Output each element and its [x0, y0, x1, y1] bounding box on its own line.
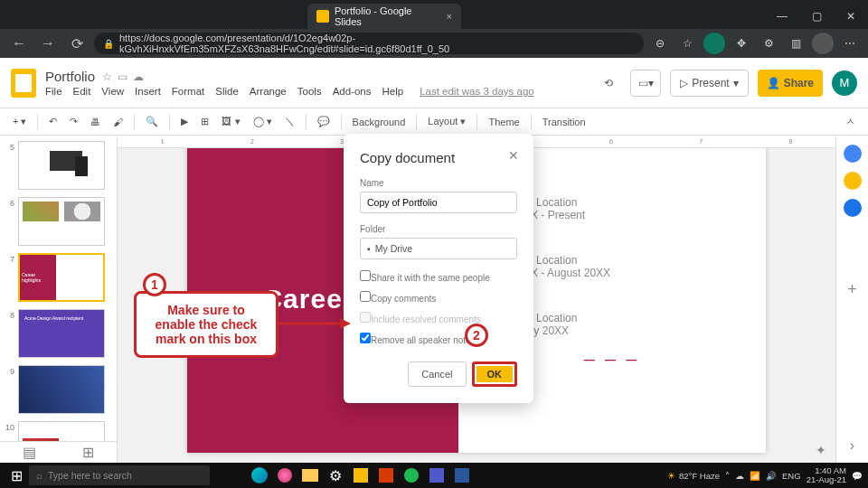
settings-task-icon[interactable]: ⚙ — [324, 465, 347, 486]
check-share-box[interactable] — [360, 270, 371, 281]
tray-language-icon[interactable]: ENG — [782, 471, 801, 481]
doc-title[interactable]: Portfolio — [45, 69, 95, 84]
menu-insert[interactable]: Insert — [135, 86, 161, 97]
taskbar-clock[interactable]: 1:40 AM 21-Aug-21 — [807, 466, 846, 485]
explore-icon[interactable]: ✦ — [816, 443, 826, 457]
thumb-5[interactable] — [18, 141, 105, 190]
window-maximize-icon[interactable]: ▢ — [799, 4, 834, 29]
avatar[interactable]: M — [832, 70, 857, 96]
calendar-icon[interactable] — [844, 145, 862, 163]
filmstrip[interactable]: 5 6 7Career highlights 8Acme Design Awar… — [0, 136, 118, 463]
taskbar-search[interactable]: ⌕Type here to search — [29, 465, 210, 485]
more-icon[interactable]: ⋯ — [839, 33, 861, 54]
add-icon[interactable]: + — [847, 280, 857, 299]
profile-icon[interactable] — [812, 33, 834, 54]
thumb-9[interactable] — [18, 365, 105, 414]
history-icon[interactable]: ⟲ — [596, 70, 621, 97]
grid-view-icon[interactable]: ⊞ — [82, 444, 94, 461]
folder-picker[interactable]: ▪My Drive — [360, 238, 517, 259]
reload-icon[interactable]: ⟳ — [65, 32, 89, 55]
keep-icon[interactable] — [844, 172, 862, 190]
filmstrip-view-icon[interactable]: ▤ — [23, 444, 36, 461]
slideshow-icon[interactable]: ▭▾ — [630, 70, 661, 97]
tray-wifi-icon[interactable]: 📶 — [750, 471, 760, 481]
thumb-6[interactable] — [18, 197, 105, 246]
notifications-icon[interactable]: 💬 — [852, 471, 863, 481]
weather-widget[interactable]: ☀82°F Haze — [667, 471, 720, 481]
menu-file[interactable]: File — [45, 86, 62, 97]
zoom-icon[interactable]: ⊖ — [649, 33, 671, 54]
menu-tools[interactable]: Tools — [297, 86, 322, 97]
background-button[interactable]: Background — [349, 114, 410, 130]
window-close-icon[interactable]: ✕ — [834, 4, 868, 29]
tray-cloud-icon[interactable]: ☁ — [735, 471, 744, 481]
back-icon[interactable]: ← — [7, 32, 31, 55]
hide-menus-icon[interactable]: ㅅ — [842, 112, 859, 131]
tasks-icon[interactable] — [844, 199, 862, 217]
word-icon[interactable] — [450, 465, 474, 486]
office-icon[interactable] — [374, 465, 398, 486]
menu-edit[interactable]: Edit — [73, 86, 91, 97]
menu-addons[interactable]: Add-ons — [333, 86, 372, 97]
spotify-icon[interactable] — [400, 465, 423, 486]
move-icon[interactable]: ▭ — [118, 70, 127, 83]
app-yellow-icon[interactable] — [349, 465, 373, 486]
line-icon[interactable]: ＼ — [281, 112, 298, 131]
check-speaker-notes[interactable]: Remove all speaker notes — [360, 333, 517, 345]
menu-slide[interactable]: Slide — [215, 86, 239, 97]
new-slide-icon[interactable]: + ▾ — [9, 113, 30, 130]
menu-arrange[interactable]: Arrange — [250, 86, 287, 97]
zoom-fit-icon[interactable]: 🔍 — [142, 113, 162, 130]
check-comments-box[interactable] — [360, 291, 371, 302]
edge-icon[interactable] — [248, 465, 271, 486]
slides-logo-icon[interactable] — [11, 69, 36, 98]
share-button[interactable]: 👤 Share — [758, 70, 823, 97]
favorite-icon[interactable]: ☆ — [676, 33, 698, 54]
comment-icon[interactable]: 💬 — [314, 113, 334, 130]
last-edit-hint[interactable]: Last edit was 3 days ago — [420, 86, 534, 97]
window-minimize-icon[interactable]: — — [765, 4, 799, 29]
teams-icon[interactable] — [425, 465, 448, 486]
textbox-icon[interactable]: ⊞ — [197, 113, 212, 130]
shape-icon[interactable]: ◯ ▾ — [250, 113, 276, 130]
thumb-7[interactable]: Career highlights — [18, 253, 105, 302]
theme-button[interactable]: Theme — [485, 114, 523, 130]
start-icon[interactable]: ⊞ — [5, 465, 27, 486]
collections-icon[interactable]: ▥ — [785, 33, 807, 54]
redo-icon[interactable]: ↷ — [66, 113, 81, 130]
menu-view[interactable]: View — [101, 86, 124, 97]
url-field[interactable]: 🔒 https://docs.google.com/presentation/d… — [94, 33, 644, 54]
layout-button[interactable]: Layout ▾ — [424, 113, 469, 130]
tray-chevron-icon[interactable]: ˄ — [725, 471, 730, 481]
check-comments[interactable]: Copy comments — [360, 291, 517, 304]
check-share[interactable]: Share it with the same people — [360, 270, 517, 283]
tray-volume-icon[interactable]: 🔊 — [766, 471, 777, 481]
paint-format-icon[interactable]: 🖌 — [109, 114, 127, 130]
cancel-button[interactable]: Cancel — [408, 361, 466, 387]
menu-help[interactable]: Help — [382, 86, 403, 97]
select-icon[interactable]: ▶ — [177, 113, 192, 130]
ok-button[interactable]: OK — [472, 361, 518, 387]
collapse-panel-icon[interactable]: › — [850, 437, 854, 454]
explorer-icon[interactable] — [298, 465, 322, 486]
star-icon[interactable]: ☆ — [102, 70, 112, 83]
modal-close-icon[interactable]: ✕ — [508, 148, 519, 163]
undo-icon[interactable]: ↶ — [45, 113, 61, 130]
tab-close-icon[interactable]: × — [447, 11, 452, 22]
browser-tab[interactable]: Portfolio - Google Slides × — [307, 4, 461, 29]
cloud-status-icon[interactable]: ☁ — [133, 70, 144, 83]
slides-toolbar: + ▾ ↶ ↷ 🖶 🖌 🔍 ▶ ⊞ 🖼 ▾ ◯ ▾ ＼ 💬 Background… — [0, 108, 868, 136]
app-icon[interactable] — [273, 465, 297, 486]
forward-icon[interactable]: → — [36, 32, 60, 55]
image-icon[interactable]: 🖼 ▾ — [218, 113, 243, 130]
print-icon[interactable]: 🖶 — [87, 114, 104, 130]
settings-icon[interactable]: ⚙ — [758, 33, 779, 54]
thumb-8[interactable]: Acme Design Award recipient — [18, 309, 105, 358]
menu-format[interactable]: Format — [172, 86, 204, 97]
name-input[interactable] — [360, 192, 517, 213]
present-button[interactable]: ▷ Present ▾ — [670, 70, 748, 97]
extension-icon[interactable] — [703, 33, 725, 54]
transition-button[interactable]: Transition — [539, 114, 590, 130]
extensions-icon[interactable]: ✥ — [731, 33, 752, 54]
check-speaker-box[interactable] — [360, 333, 371, 343]
